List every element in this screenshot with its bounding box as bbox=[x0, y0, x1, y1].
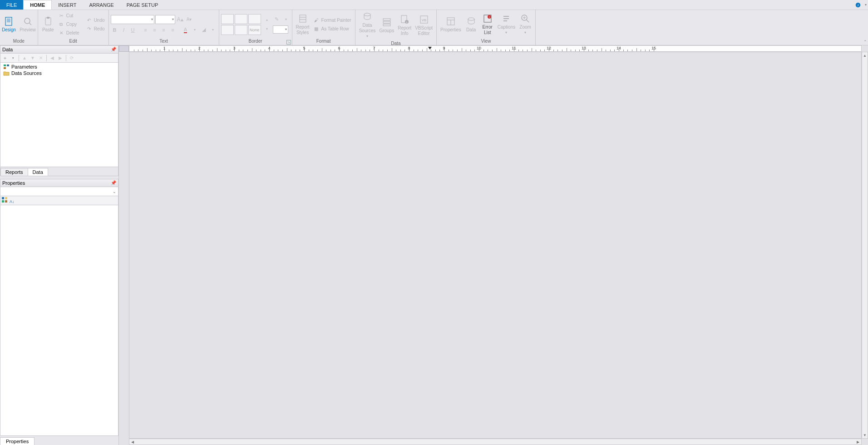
group-data: Data Sources ▾ Groups i Report Info VB V… bbox=[355, 10, 437, 45]
ribbon-collapse-button[interactable]: ⌃ bbox=[863, 40, 867, 44]
design-button[interactable]: Design bbox=[0, 11, 18, 38]
properties-pane-button[interactable]: Properties bbox=[439, 11, 463, 38]
cut-button[interactable]: ✂Cut bbox=[56, 12, 81, 20]
font-family-combo[interactable]: ▾ bbox=[111, 15, 154, 24]
prev-button[interactable]: ◀ bbox=[49, 54, 56, 62]
fill-color-icon: ◢ bbox=[202, 27, 206, 33]
border-preset-5[interactable] bbox=[235, 25, 247, 35]
preview-button[interactable]: Preview bbox=[18, 11, 38, 38]
redo-label: Redo bbox=[94, 26, 105, 31]
tree-item-parameters[interactable]: Parameters bbox=[0, 64, 118, 70]
vbscript-editor-button[interactable]: VB VBScript Editor bbox=[413, 11, 434, 40]
border-presets: None bbox=[221, 14, 261, 35]
paintbrush-icon: 🖌 bbox=[313, 17, 320, 23]
data-sources-button[interactable]: Data Sources ▾ bbox=[357, 11, 378, 40]
border-color-button[interactable]: ✎ bbox=[273, 15, 281, 24]
info-dropdown-icon[interactable]: ▾ bbox=[863, 0, 868, 10]
pin-icon[interactable]: 📌 bbox=[111, 47, 116, 52]
undo-button[interactable]: ↶Undo bbox=[84, 16, 107, 24]
captions-button[interactable]: Captions ▾ bbox=[496, 11, 517, 38]
delete-button[interactable]: ✕Delete bbox=[56, 29, 81, 37]
shrink-font-button[interactable]: A▾ bbox=[185, 15, 193, 24]
error-list-icon: ! bbox=[483, 14, 493, 24]
tree-item-data-sources[interactable]: Data Sources bbox=[0, 70, 118, 76]
ruler-corner[interactable] bbox=[119, 45, 129, 52]
tab-home[interactable]: HOME bbox=[23, 0, 52, 10]
border-gallery-up[interactable]: ▴ bbox=[263, 16, 271, 24]
zoom-button[interactable]: Zoom ▾ bbox=[517, 11, 533, 38]
format-painter-button[interactable]: 🖌Format Painter bbox=[311, 16, 353, 24]
tab-reports[interactable]: Reports bbox=[0, 168, 28, 176]
tab-insert[interactable]: INSERT bbox=[52, 0, 83, 10]
scroll-left-button[interactable]: ◀ bbox=[129, 439, 136, 445]
refresh-button[interactable]: ⟳ bbox=[68, 54, 75, 62]
categorized-button[interactable] bbox=[1, 197, 8, 205]
alphabetical-icon: A↓ bbox=[10, 199, 15, 204]
tab-file[interactable]: FILE bbox=[0, 0, 23, 10]
remove-button[interactable]: ✕ bbox=[37, 54, 44, 62]
vertical-scrollbar[interactable]: ▲ ▼ bbox=[862, 52, 868, 439]
font-color-button[interactable]: A bbox=[182, 26, 190, 34]
horizontal-scrollbar[interactable]: ◀ ▶ bbox=[129, 439, 862, 445]
border-dialog-launcher[interactable]: ↘ bbox=[286, 40, 291, 44]
alphabetical-button[interactable]: A↓ bbox=[10, 197, 15, 205]
groups-button[interactable]: Groups bbox=[377, 11, 396, 40]
add-dropdown[interactable]: ▾ bbox=[10, 54, 17, 62]
horizontal-ruler[interactable]: 123456789101112131415 bbox=[129, 45, 862, 52]
border-width-combo[interactable]: ▾ bbox=[273, 25, 288, 34]
border-color-dropdown[interactable]: ▾ bbox=[282, 15, 290, 24]
align-center-button[interactable]: ≡ bbox=[151, 26, 159, 34]
tab-page-setup[interactable]: PAGE SETUP bbox=[120, 0, 164, 10]
properties-object-combo[interactable]: ⌄ bbox=[0, 187, 118, 196]
data-tree[interactable]: Parameters Data Sources bbox=[0, 63, 118, 167]
font-size-combo[interactable]: ▾ bbox=[155, 15, 175, 24]
tab-properties-bottom[interactable]: Properties bbox=[0, 437, 35, 445]
border-preset-1[interactable] bbox=[221, 14, 234, 24]
vbscript-icon: VB bbox=[419, 15, 429, 25]
paste-button[interactable]: Paste bbox=[40, 11, 56, 38]
underline-button[interactable]: U bbox=[129, 26, 137, 34]
align-right-button[interactable]: ≡ bbox=[160, 26, 168, 34]
bold-button[interactable]: B bbox=[111, 26, 119, 34]
ruler-tick-label: 10 bbox=[477, 46, 481, 50]
border-preset-4[interactable] bbox=[221, 25, 234, 35]
copy-label: Copy bbox=[66, 22, 77, 27]
chevron-right-icon: ▶ bbox=[59, 55, 62, 60]
scroll-down-button[interactable]: ▼ bbox=[862, 432, 868, 438]
redo-button[interactable]: ↷Redo bbox=[84, 25, 107, 33]
border-gallery-down[interactable]: ▾ bbox=[263, 25, 271, 33]
svg-line-33 bbox=[526, 20, 529, 22]
svg-rect-40 bbox=[5, 197, 7, 199]
tab-arrange[interactable]: ARRANGE bbox=[83, 0, 120, 10]
align-justify-button[interactable]: ≡ bbox=[169, 26, 177, 34]
info-icon[interactable]: i bbox=[853, 0, 863, 10]
tab-data[interactable]: Data bbox=[28, 168, 48, 176]
scroll-right-button[interactable]: ▶ bbox=[855, 439, 861, 445]
report-info-button[interactable]: i Report Info bbox=[396, 11, 413, 40]
canvas[interactable] bbox=[129, 52, 862, 439]
fill-color-dropdown[interactable]: ▾ bbox=[209, 26, 217, 34]
grow-font-button[interactable]: A▴ bbox=[176, 15, 184, 24]
properties-grid[interactable] bbox=[0, 205, 118, 436]
add-button[interactable]: ＋ bbox=[1, 54, 9, 62]
error-list-button[interactable]: ! Error List bbox=[479, 11, 496, 38]
move-down-button[interactable]: ▼ bbox=[29, 54, 36, 62]
next-button[interactable]: ▶ bbox=[57, 54, 64, 62]
border-none-button[interactable]: None bbox=[248, 25, 261, 35]
data-pane-button[interactable]: Data bbox=[463, 11, 479, 38]
border-preset-3[interactable] bbox=[248, 14, 261, 24]
fill-color-button[interactable]: ◢ bbox=[200, 26, 208, 34]
move-up-button[interactable]: ▲ bbox=[21, 54, 28, 62]
border-preset-2[interactable] bbox=[235, 14, 247, 24]
align-right-icon: ≡ bbox=[162, 27, 165, 33]
copy-button[interactable]: ⧉Copy bbox=[56, 20, 81, 29]
align-left-button[interactable]: ≡ bbox=[142, 26, 150, 34]
font-color-dropdown[interactable]: ▾ bbox=[191, 26, 199, 34]
pin-icon[interactable]: 📌 bbox=[111, 180, 116, 185]
main-tabstrip: FILE HOME INSERT ARRANGE PAGE SETUP i ▾ bbox=[0, 0, 868, 10]
report-styles-button[interactable]: Report Styles bbox=[294, 11, 311, 38]
as-table-row-button[interactable]: ▦As Table Row bbox=[311, 25, 353, 33]
scroll-up-button[interactable]: ▲ bbox=[862, 52, 868, 59]
italic-button[interactable]: I bbox=[120, 26, 128, 34]
ruler-marker[interactable] bbox=[428, 47, 432, 49]
